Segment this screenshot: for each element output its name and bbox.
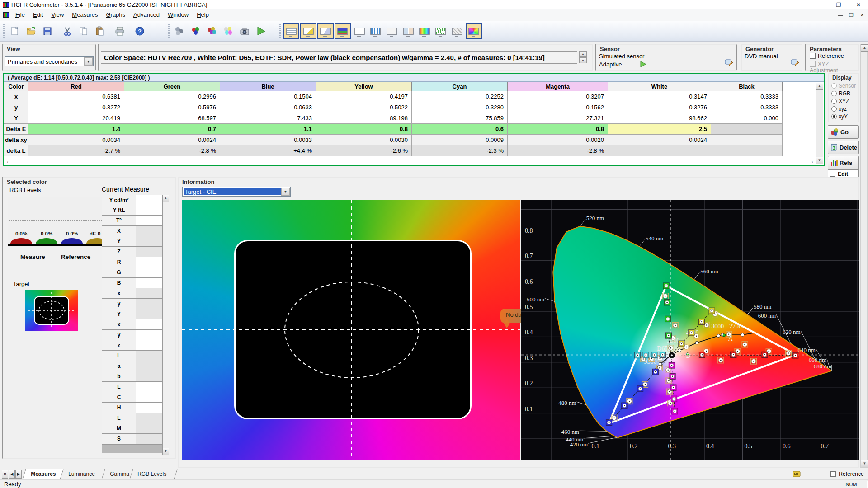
rgb-levels-chart: 0.0%0.0%0.0%dE 0.0 <box>8 197 113 250</box>
tab-measures[interactable]: Measures <box>23 469 64 479</box>
edit-checkbox[interactable] <box>830 172 835 177</box>
spin-up-button[interactable]: ▲ <box>579 51 587 57</box>
view-icon-wave[interactable] <box>433 24 448 38</box>
radio-XYZ[interactable] <box>831 99 837 104</box>
radio-label: XYZ <box>839 98 849 104</box>
scroll-up-icon[interactable]: ▲ <box>861 44 868 52</box>
tab-rgb-levels[interactable]: RGB Levels <box>130 469 178 479</box>
cm-scroll-down-icon[interactable]: ▼ <box>162 448 169 455</box>
save-icon[interactable] <box>39 23 56 39</box>
measure-primaries-icon[interactable] <box>204 23 220 39</box>
svg-text:560 nm: 560 nm <box>700 268 718 275</box>
view-icon-luminance-curve[interactable] <box>300 23 316 39</box>
sensor-run-icon[interactable] <box>640 61 647 67</box>
tab-next-icon[interactable]: ▶ <box>15 470 22 479</box>
measure-secondaries-icon[interactable] <box>220 23 236 39</box>
generator-config-icon[interactable] <box>791 58 800 67</box>
mdi-restore-button[interactable]: ❐ <box>847 11 856 19</box>
view-icon-cie-diagram[interactable] <box>466 23 482 39</box>
restore-button[interactable]: ❐ <box>829 0 849 9</box>
sensor-config-icon[interactable] <box>725 58 734 67</box>
tab-gamma[interactable]: Gamma <box>102 469 132 479</box>
table-vscrollbar[interactable]: ▲ ▼ <box>816 83 823 164</box>
view-icon-measures-grid[interactable] <box>283 23 299 39</box>
cm-scroll-up-icon[interactable]: ▲ <box>162 195 169 202</box>
param-reference[interactable]: Reference <box>810 53 844 59</box>
delete-button[interactable]: Delete <box>828 141 859 154</box>
cm-row-label-19: C <box>102 392 136 403</box>
view-icon-gamma-curve[interactable] <box>317 23 334 39</box>
reference-checkbox[interactable] <box>830 471 836 477</box>
snapshot-camera-icon[interactable] <box>236 23 253 39</box>
table-scroll-right-icon[interactable]: › <box>811 159 813 164</box>
view-icon-blank[interactable] <box>352 24 367 38</box>
selected-color-title: Selected color <box>7 178 47 185</box>
run-measure-icon[interactable] <box>253 23 269 39</box>
help-icon[interactable]: ? <box>132 23 148 39</box>
vertical-scrollbar[interactable]: ▲ ▼ <box>860 44 868 468</box>
information-selector[interactable]: Target - CIE ▼ <box>182 187 291 197</box>
refs-button[interactable]: Refs <box>828 156 859 169</box>
bars-glyph <box>370 28 381 35</box>
sensor-config-spheres-icon[interactable] <box>171 23 188 39</box>
reference-check-row[interactable]: Reference <box>830 471 864 477</box>
cell-delta-L-magenta: -2.8 % <box>508 145 608 156</box>
display-option-xyY[interactable]: xyY <box>831 113 848 120</box>
radio-label: xyz <box>839 106 847 112</box>
view-icon-page[interactable] <box>384 24 400 38</box>
chevron-down-icon[interactable]: ▼ <box>281 188 290 196</box>
param-checkbox[interactable] <box>810 53 816 59</box>
view-icon-bars[interactable] <box>368 24 383 38</box>
paste-icon[interactable] <box>92 23 108 39</box>
tab-close-icon[interactable]: ✕ <box>2 470 8 479</box>
view-selector[interactable]: Primaries and secondaries ▼ <box>5 56 94 66</box>
menu-item-help[interactable]: Help <box>193 9 213 20</box>
print-icon[interactable] <box>112 23 128 39</box>
tab-luminance[interactable]: Luminance <box>61 469 105 479</box>
chevron-down-icon[interactable]: ▼ <box>84 57 93 66</box>
menu-item-edit[interactable]: Edit <box>29 9 47 20</box>
menu-item-graphs[interactable]: Graphs <box>102 9 129 20</box>
column-header-yellow: Yellow <box>316 82 412 91</box>
mdi-close-button[interactable]: ✕ <box>858 11 867 19</box>
cell-delta-xy-red: 0.0034 <box>28 135 124 145</box>
open-folder-icon[interactable] <box>23 23 39 39</box>
menu-item-file[interactable]: File <box>11 9 29 20</box>
cell-Y-black: 0.000 <box>711 113 783 124</box>
menu-item-advanced[interactable]: Advanced <box>129 9 164 20</box>
cm-row-label-8: B <box>102 278 136 288</box>
menu-item-window[interactable]: Window <box>164 9 193 20</box>
table-scroll-down-icon[interactable]: ▼ <box>816 157 823 164</box>
radio-xyY[interactable] <box>831 114 837 119</box>
radio-xyz[interactable] <box>831 106 837 112</box>
keyboard-icon[interactable] <box>793 471 801 477</box>
display-option-XYZ[interactable]: XYZ <box>831 98 849 104</box>
view-icon-rgb-levels[interactable] <box>335 23 351 39</box>
window-title: HCFR Colorimeter - 3.5.1.4 - [Panasonic … <box>11 1 207 8</box>
display-option-RGB[interactable]: RGB <box>831 90 850 97</box>
cell-y-magenta: 0.1562 <box>508 102 608 113</box>
scroll-down-icon[interactable]: ▼ <box>861 460 868 467</box>
copy-icon[interactable] <box>75 23 92 39</box>
menu-item-measures[interactable]: Measures <box>68 9 102 20</box>
spin-down-button[interactable]: ▼ <box>579 57 587 63</box>
new-document-icon[interactable] <box>7 23 23 39</box>
table-scroll-up-icon[interactable]: ▲ <box>816 83 823 90</box>
go-button[interactable]: Go <box>828 125 859 139</box>
tab-prev-icon[interactable]: ◀ <box>9 470 15 479</box>
mdi-minimize-button[interactable]: — <box>836 11 845 19</box>
minimize-button[interactable]: — <box>809 0 829 9</box>
cut-icon[interactable] <box>59 23 75 39</box>
display-option-xyz[interactable]: xyz <box>831 106 847 112</box>
cm-row-label-1: Y ftL <box>102 205 136 216</box>
radio-RGB[interactable] <box>831 91 837 96</box>
cell-y-white: 0.3276 <box>608 102 711 113</box>
view-icon-dual[interactable] <box>401 24 416 38</box>
table-scroll-left-icon[interactable]: ‹ <box>7 159 9 164</box>
info-bar: Color Space: HDTV Rec709 , White Point: … <box>98 44 593 71</box>
view-icon-stack[interactable] <box>449 24 465 38</box>
close-button[interactable]: ✕ <box>849 0 868 9</box>
menu-item-view[interactable]: View <box>47 9 68 20</box>
view-icon-color-screen[interactable] <box>417 24 432 38</box>
measure-grayscale-icon[interactable] <box>188 23 204 39</box>
